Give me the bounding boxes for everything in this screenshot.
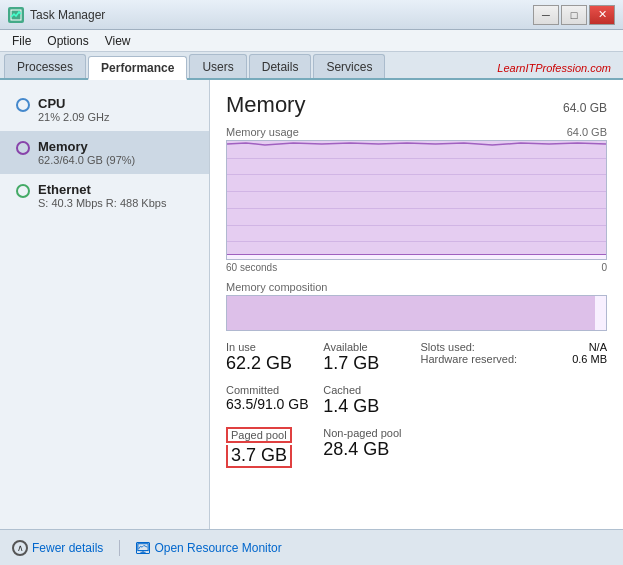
tab-performance[interactable]: Performance (88, 56, 187, 80)
available-value: 1.7 GB (323, 353, 412, 374)
slots-used-label: Slots used: (421, 341, 475, 353)
chevron-up-icon: ∧ (12, 540, 28, 556)
chart-time-row: 60 seconds 0 (226, 262, 607, 273)
sidebar-item-cpu[interactable]: CPU 21% 2.09 GHz (0, 88, 209, 131)
spacer (421, 384, 608, 417)
separator (119, 540, 120, 556)
app-icon (8, 7, 24, 23)
content-header: Memory 64.0 GB (226, 92, 607, 118)
available-label: Available (323, 341, 412, 353)
chart-label-row: Memory usage 64.0 GB (226, 126, 607, 138)
memory-usage-section: Memory usage 64.0 GB (226, 126, 607, 273)
menu-view[interactable]: View (97, 32, 139, 50)
paged-pool-value: 3.7 GB (226, 445, 292, 468)
menu-bar: File Options View (0, 30, 623, 52)
stat-available: Available 1.7 GB (323, 341, 412, 374)
bottom-bar: ∧ Fewer details Open Resource Monitor (0, 529, 623, 565)
sidebar-item-memory[interactable]: Memory 62.3/64.0 GB (97%) (0, 131, 209, 174)
hw-reserved-row: Hardware reserved: 0.6 MB (421, 353, 608, 365)
ethernet-name: Ethernet (38, 182, 166, 197)
tabs-bar: Processes Performance Users Details Serv… (0, 52, 623, 80)
in-use-label: In use (226, 341, 315, 353)
sidebar-item-ethernet[interactable]: Ethernet S: 40.3 Mbps R: 488 Kbps (0, 174, 209, 217)
stat-nonpaged-pool: Non-paged pool 28.4 GB (323, 427, 412, 468)
stat-committed: Committed 63.5/91.0 GB (226, 384, 315, 417)
memory-indicator (16, 141, 30, 155)
committed-label: Committed (226, 384, 315, 396)
open-resource-monitor-link[interactable]: Open Resource Monitor (136, 541, 281, 555)
ethernet-detail: S: 40.3 Mbps R: 488 Kbps (38, 197, 166, 209)
memory-text: Memory 62.3/64.0 GB (97%) (38, 139, 135, 166)
tab-services[interactable]: Services (313, 54, 385, 78)
window-controls: ─ □ ✕ (533, 5, 615, 25)
sidebar: CPU 21% 2.09 GHz Memory 62.3/64.0 GB (97… (0, 80, 210, 529)
open-resource-monitor-label: Open Resource Monitor (154, 541, 281, 555)
maximize-button[interactable]: □ (561, 5, 587, 25)
menu-file[interactable]: File (4, 32, 39, 50)
stat-in-use: In use 62.2 GB (226, 341, 315, 374)
content-title: Memory (226, 92, 305, 118)
close-button[interactable]: ✕ (589, 5, 615, 25)
chart-time-right: 0 (601, 262, 607, 273)
nonpaged-pool-label: Non-paged pool (323, 427, 412, 439)
memory-detail: 62.3/64.0 GB (97%) (38, 154, 135, 166)
stat-slots-hw: Slots used: N/A Hardware reserved: 0.6 M… (421, 341, 608, 374)
nonpaged-pool-value: 28.4 GB (323, 439, 412, 460)
memory-composition-section: Memory composition (226, 281, 607, 331)
committed-value: 63.5/91.0 GB (226, 396, 315, 412)
minimize-button[interactable]: ─ (533, 5, 559, 25)
menu-options[interactable]: Options (39, 32, 96, 50)
hw-reserved-label: Hardware reserved: (421, 353, 518, 365)
cached-value: 1.4 GB (323, 396, 412, 417)
title-bar: Task Manager ─ □ ✕ (0, 0, 623, 30)
paged-pool-label: Paged pool (226, 427, 292, 443)
comp-fill (227, 296, 595, 330)
tab-users[interactable]: Users (189, 54, 246, 78)
chart-time-left: 60 seconds (226, 262, 277, 273)
stat-cached: Cached 1.4 GB (323, 384, 412, 417)
brand-label: LearnITProfession.com (497, 62, 619, 78)
fewer-details-link[interactable]: ∧ Fewer details (12, 540, 103, 556)
hw-reserved-value: 0.6 MB (572, 353, 607, 365)
stat-paged-pool: Paged pool 3.7 GB (226, 427, 315, 468)
chart-top-value: 64.0 GB (567, 126, 607, 138)
cpu-text: CPU 21% 2.09 GHz (38, 96, 110, 123)
memory-name: Memory (38, 139, 135, 154)
chart-label: Memory usage (226, 126, 299, 138)
cpu-name: CPU (38, 96, 110, 111)
comp-label: Memory composition (226, 281, 607, 293)
ethernet-indicator (16, 184, 30, 198)
cpu-detail: 21% 2.09 GHz (38, 111, 110, 123)
tab-details[interactable]: Details (249, 54, 312, 78)
memory-usage-chart (226, 140, 607, 260)
composition-chart (226, 295, 607, 331)
title-bar-left: Task Manager (8, 7, 105, 23)
main-layout: CPU 21% 2.09 GHz Memory 62.3/64.0 GB (97… (0, 80, 623, 529)
stats-grid: In use 62.2 GB Available 1.7 GB Slots us… (226, 341, 607, 468)
monitor-icon (136, 542, 150, 554)
slots-used-value: N/A (589, 341, 607, 353)
slots-row: Slots used: N/A (421, 341, 608, 353)
chart-usage-fill (227, 141, 606, 255)
fewer-details-label: Fewer details (32, 541, 103, 555)
content-area: Memory 64.0 GB Memory usage 64.0 GB (210, 80, 623, 529)
ethernet-text: Ethernet S: 40.3 Mbps R: 488 Kbps (38, 182, 166, 209)
window-title: Task Manager (30, 8, 105, 22)
cached-label: Cached (323, 384, 412, 396)
cpu-indicator (16, 98, 30, 112)
in-use-value: 62.2 GB (226, 353, 315, 374)
tab-processes[interactable]: Processes (4, 54, 86, 78)
content-total: 64.0 GB (563, 101, 607, 115)
